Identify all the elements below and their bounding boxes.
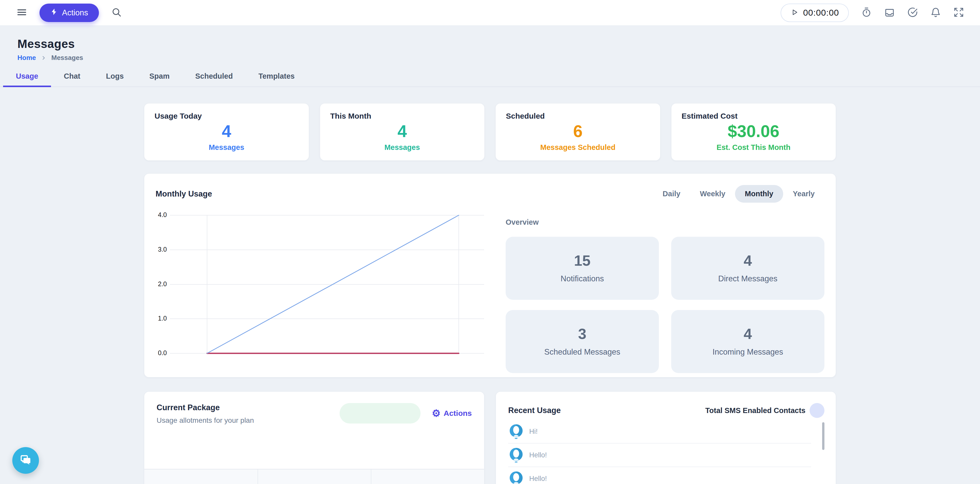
avatar xyxy=(508,424,524,440)
stat-card-usage-today: Usage Today 4 Messages xyxy=(144,103,309,160)
stat-label: Est. Cost This Month xyxy=(716,143,791,152)
current-package-title: Current Package xyxy=(157,403,254,412)
overview-card-label: Notifications xyxy=(561,274,604,283)
avatar xyxy=(508,471,524,484)
scrollbar-thumb[interactable] xyxy=(822,422,824,450)
overview-card-label: Direct Messages xyxy=(718,274,778,283)
fullscreen-button[interactable] xyxy=(953,7,964,19)
stat-title: Scheduled xyxy=(506,112,650,121)
recent-usage-title: Recent Usage xyxy=(508,406,561,415)
tab-bar: Usage Chat Logs Spam Scheduled Templates xyxy=(0,72,980,87)
inbox-button[interactable] xyxy=(884,7,895,19)
usage-panel-title: Monthly Usage xyxy=(156,189,212,198)
inbox-icon xyxy=(884,7,895,19)
stat-label: Messages Scheduled xyxy=(540,143,615,152)
overview-card-direct-messages: 4 Direct Messages xyxy=(671,237,824,300)
notifications-button[interactable] xyxy=(930,7,941,19)
current-package-panel: Current Package Usage allotments for you… xyxy=(144,392,484,484)
sms-contacts-label: Total SMS Enabled Contacts xyxy=(705,406,805,415)
actions-button-label: Actions xyxy=(62,8,88,17)
breadcrumb-current: Messages xyxy=(51,54,83,62)
tab-scheduled[interactable]: Scheduled xyxy=(183,72,246,87)
overview-value: 3 xyxy=(578,327,586,341)
usage-line-chart: 4.0 3.0 2.0 1.0 0.0 xyxy=(156,209,496,368)
package-actions-label: Actions xyxy=(444,409,472,417)
page-head: Messages Home Messages xyxy=(0,25,980,62)
menu-button[interactable] xyxy=(16,6,28,19)
search-icon xyxy=(111,7,122,19)
package-status-badge xyxy=(340,403,420,424)
chat-fab-button[interactable] xyxy=(12,447,39,474)
recent-usage-list: Hi! Hello! xyxy=(508,420,811,484)
stat-title: Estimated Cost xyxy=(682,112,826,121)
message-text: Hi! xyxy=(529,428,538,436)
stat-value: 4 xyxy=(222,123,231,140)
stopwatch-icon xyxy=(861,7,872,19)
overview-card-scheduled-messages: 3 Scheduled Messages xyxy=(506,310,659,373)
stopwatch-button[interactable] xyxy=(861,7,872,19)
overview-card-label: Scheduled Messages xyxy=(544,348,620,357)
overview-value: 15 xyxy=(574,253,591,268)
stat-value: 6 xyxy=(573,123,582,140)
chat-bubbles-icon xyxy=(19,454,32,468)
actions-button[interactable]: Actions xyxy=(40,3,99,22)
package-table-header-cell xyxy=(371,470,484,484)
stat-card-estimated-cost: Estimated Cost $30.06 Est. Cost This Mon… xyxy=(671,103,836,160)
tab-chat[interactable]: Chat xyxy=(51,72,93,87)
sms-contacts-count-badge xyxy=(810,403,824,418)
range-weekly[interactable]: Weekly xyxy=(690,185,735,203)
stat-value: $30.06 xyxy=(727,123,780,140)
package-table xyxy=(144,469,484,484)
package-table-header-cell xyxy=(258,470,371,484)
stat-label: Messages xyxy=(208,143,244,152)
current-package-subtitle: Usage allotments for your plan xyxy=(157,416,254,425)
package-table-header-cell xyxy=(144,470,258,484)
overview-section: Overview 15 Notifications 4 Direct Messa… xyxy=(506,209,824,373)
avatar xyxy=(508,447,524,463)
chart-canvas xyxy=(156,209,486,363)
topbar: Actions 00:00:00 xyxy=(0,0,980,25)
overview-label: Overview xyxy=(506,218,824,227)
list-item[interactable]: Hi! xyxy=(508,420,811,444)
breadcrumb-home-link[interactable]: Home xyxy=(18,54,36,62)
stat-title: This Month xyxy=(330,112,474,121)
tab-templates[interactable]: Templates xyxy=(245,72,307,87)
stat-card-this-month: This Month 4 Messages xyxy=(320,103,485,160)
range-daily[interactable]: Daily xyxy=(653,185,690,203)
chevron-right-icon xyxy=(41,56,46,60)
package-actions-button[interactable]: ⚙ Actions xyxy=(432,408,472,418)
overview-value: 4 xyxy=(744,327,752,341)
range-yearly[interactable]: Yearly xyxy=(783,185,824,203)
expand-icon xyxy=(953,7,964,19)
stats-row: Usage Today 4 Messages This Month 4 Mess… xyxy=(144,103,836,160)
overview-value: 4 xyxy=(744,253,752,268)
tasks-button[interactable] xyxy=(907,7,918,19)
stat-value: 4 xyxy=(398,123,407,140)
message-text: Hello! xyxy=(529,475,547,483)
range-monthly[interactable]: Monthly xyxy=(735,185,783,203)
recent-usage-panel: Recent Usage Total SMS Enabled Contacts … xyxy=(496,392,836,484)
message-text: Hello! xyxy=(529,451,547,459)
list-item[interactable]: Hello! xyxy=(508,444,811,467)
list-item[interactable]: Hello! xyxy=(508,467,811,484)
tab-logs[interactable]: Logs xyxy=(93,72,137,87)
bolt-icon xyxy=(50,8,58,17)
stat-card-scheduled: Scheduled 6 Messages Scheduled xyxy=(496,103,660,160)
monthly-usage-panel: Monthly Usage Daily Weekly Monthly Yearl… xyxy=(144,174,836,377)
menu-icon xyxy=(16,6,28,19)
breadcrumb: Home Messages xyxy=(18,54,963,62)
search-button[interactable] xyxy=(111,7,122,19)
main-content: Usage Today 4 Messages This Month 4 Mess… xyxy=(144,103,836,484)
topbar-right: 00:00:00 xyxy=(781,3,964,22)
overview-card-label: Incoming Messages xyxy=(713,348,783,357)
bell-icon xyxy=(930,7,941,19)
timer-widget[interactable]: 00:00:00 xyxy=(781,3,849,22)
timer-value: 00:00:00 xyxy=(803,8,839,17)
gear-icon: ⚙ xyxy=(432,408,441,418)
play-icon xyxy=(791,8,799,17)
overview-card-notifications: 15 Notifications xyxy=(506,237,659,300)
tab-spam[interactable]: Spam xyxy=(137,72,183,87)
tab-usage[interactable]: Usage xyxy=(3,72,51,87)
stat-label: Messages xyxy=(384,143,420,152)
page-title: Messages xyxy=(18,37,963,51)
